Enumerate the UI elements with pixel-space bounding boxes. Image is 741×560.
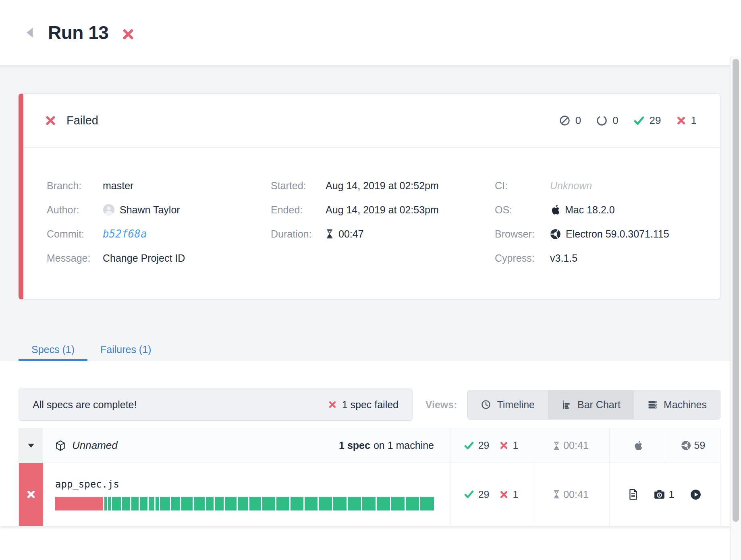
failed-x-icon	[677, 116, 686, 125]
cypress-value: v3.1.5	[550, 252, 577, 264]
detail-browser: Browser: Electron 59.0.3071.115	[495, 222, 712, 246]
specs-toolbar: All specs are complete! 1 spec failed Vi…	[19, 388, 720, 421]
detail-cypress: Cypress: v3.1.5	[495, 246, 712, 270]
page-title: Run 13	[48, 22, 108, 43]
tab-bar: Specs (1) Failures (1)	[19, 338, 720, 361]
bar-segment-passed[interactable]	[156, 497, 159, 510]
bar-segment-passed[interactable]	[305, 497, 318, 510]
bar-segment-passed[interactable]	[149, 497, 154, 510]
page-header: Run 13	[0, 0, 741, 65]
skipped-icon	[559, 115, 570, 126]
bar-segment-passed[interactable]	[171, 497, 180, 510]
machines-view-button[interactable]: Machines	[634, 390, 720, 419]
stdout-doc-icon[interactable]	[629, 489, 638, 500]
bar-segment-passed[interactable]	[362, 497, 376, 510]
stat-passed-count: 29	[650, 114, 661, 127]
bar-segment-passed[interactable]	[194, 497, 204, 510]
back-icon[interactable]	[27, 28, 33, 37]
group-passed: 29	[464, 440, 490, 451]
bar-segment-passed[interactable]	[249, 497, 261, 510]
detail-ci: CI: Unknown	[495, 174, 712, 198]
machines-icon	[648, 400, 658, 409]
bar-segment-passed[interactable]	[140, 497, 148, 510]
run-status-label: Failed	[66, 114, 98, 127]
group-expander[interactable]	[19, 428, 43, 463]
group-stats-cell: 29 1	[450, 428, 532, 463]
bar-segment-passed[interactable]	[406, 497, 419, 510]
hourglass-icon	[553, 441, 560, 450]
bar-segment-passed[interactable]	[391, 497, 405, 510]
spec-status-cell[interactable]	[19, 463, 43, 526]
stat-pending-count: 0	[612, 114, 618, 127]
fail-x-icon	[45, 115, 56, 126]
stat-pending: 0	[596, 114, 618, 127]
group-name: Unnamed	[72, 439, 118, 452]
bar-segment-passed[interactable]	[276, 497, 289, 510]
group-failed: 1	[500, 440, 518, 451]
views-label: Views:	[426, 399, 457, 411]
complete-message: All specs are complete!	[33, 399, 137, 411]
bar-segment-passed[interactable]	[104, 497, 107, 510]
bar-segment-passed[interactable]	[206, 497, 214, 510]
passed-check-icon	[464, 442, 474, 450]
failed-x-icon	[500, 490, 508, 499]
bar-segment-passed[interactable]	[122, 497, 130, 510]
screenshots-count: 1	[669, 489, 675, 500]
bar-segment-passed[interactable]	[108, 497, 111, 510]
bar-segment-passed[interactable]	[377, 497, 390, 510]
message-value: Change Project ID	[103, 252, 185, 264]
bar-segment-passed[interactable]	[420, 497, 434, 510]
bar-chart-view-button[interactable]: Bar Chart	[548, 390, 634, 419]
pending-icon	[596, 115, 607, 126]
scrollbar-thumb[interactable]	[733, 59, 739, 522]
bar-segment-passed[interactable]	[225, 497, 237, 510]
video-play-icon[interactable]	[690, 489, 701, 500]
spec-progress-bar	[55, 497, 434, 510]
detail-commit: Commit: b52f68a	[47, 222, 271, 246]
bar-segment-passed[interactable]	[262, 497, 275, 510]
run-stats: 0 0 29 1	[559, 114, 697, 127]
bar-segment-passed[interactable]	[291, 497, 303, 510]
browser-value: Electron 59.0.3071.115	[550, 228, 669, 240]
specs-panel: All specs are complete! 1 spec failed Vi…	[0, 361, 741, 526]
group-duration: 00:41	[563, 440, 589, 451]
detail-os: OS: Mac 18.2.0	[495, 198, 712, 222]
screenshots-group[interactable]: 1	[654, 489, 675, 500]
spec-table: Unnamed 1 specon 1 machine 29 1	[19, 428, 720, 526]
bar-segment-passed[interactable]	[238, 497, 248, 510]
spec-filename[interactable]: app_spec.js	[55, 479, 434, 490]
bar-segment-passed[interactable]	[160, 497, 170, 510]
bar-segment-passed[interactable]	[333, 497, 347, 510]
avatar	[103, 204, 115, 216]
commit-link[interactable]: b52f68a	[103, 228, 147, 240]
spec-passed: 29	[464, 489, 490, 500]
bar-segment-passed[interactable]	[319, 497, 332, 510]
spec-row[interactable]: app_spec.js 29 1	[19, 463, 720, 526]
tab-failures[interactable]: Failures (1)	[87, 338, 164, 361]
apple-icon	[633, 440, 643, 451]
bar-segment-passed[interactable]	[112, 497, 121, 510]
passed-check-icon	[634, 116, 644, 125]
bar-segment-failed[interactable]	[55, 497, 103, 510]
spec-duration: 00:41	[563, 489, 589, 500]
bar-segment-passed[interactable]	[131, 497, 139, 510]
failed-x-icon	[500, 441, 508, 450]
tab-specs[interactable]: Specs (1)	[19, 338, 87, 361]
group-os-cell	[609, 428, 666, 463]
detail-author: Author: Shawn Taylor	[47, 198, 271, 222]
scrollbar-track[interactable]	[730, 56, 741, 560]
run-card-header: Failed 0 0 2	[23, 94, 720, 148]
bar-segment-passed[interactable]	[181, 497, 193, 510]
bar-segment-passed[interactable]	[215, 497, 224, 510]
bar-segment-passed[interactable]	[348, 497, 361, 510]
timeline-view-button[interactable]: Timeline	[468, 390, 548, 419]
detail-ended: Ended: Aug 14, 2019 at 02:53pm	[271, 198, 495, 222]
run-card-details: Branch: master Author: Shawn Taylor Comm…	[23, 148, 720, 299]
detail-message: Message: Change Project ID	[47, 246, 271, 270]
fail-x-icon	[27, 490, 35, 499]
fail-x-icon	[122, 28, 134, 40]
views-button-group: Timeline Bar Chart Machines	[467, 390, 720, 419]
views-switcher: Views: Timeline Bar Chart	[426, 390, 720, 419]
hourglass-icon	[553, 490, 560, 499]
screenshots-camera-icon	[654, 490, 665, 499]
